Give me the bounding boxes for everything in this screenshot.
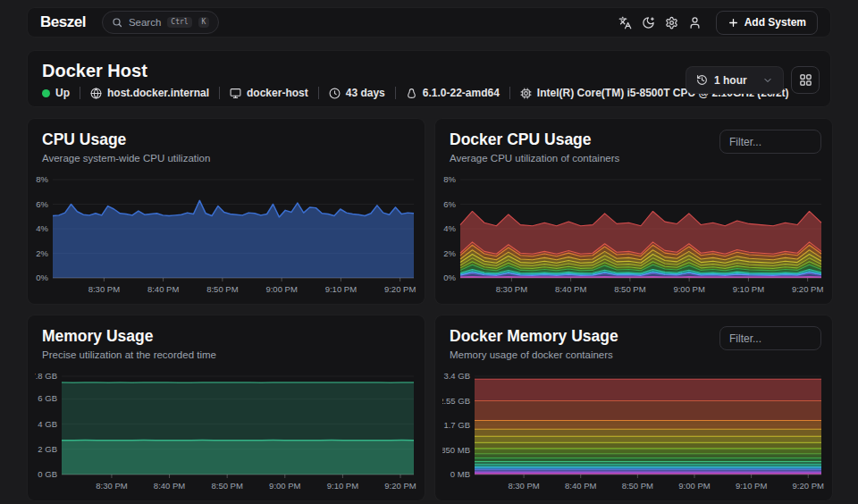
svg-text:9:00 PM: 9:00 PM: [673, 284, 704, 294]
svg-text:1.7 GB: 1.7 GB: [443, 420, 470, 430]
search-input[interactable]: Search Ctrl K: [102, 11, 220, 34]
plus-icon: [728, 17, 739, 29]
svg-text:8:50 PM: 8:50 PM: [614, 284, 645, 294]
svg-text:9:00 PM: 9:00 PM: [678, 481, 710, 491]
svg-text:8:30 PM: 8:30 PM: [508, 481, 539, 491]
svg-text:8%: 8%: [443, 174, 456, 184]
kernel-tux-icon: [406, 88, 417, 99]
chart-title: Memory Usage: [42, 327, 410, 346]
docker-memory-usage-card: Docker Memory Usage Memory usage of dock…: [434, 315, 833, 501]
svg-text:2.55 GB: 2.55 GB: [442, 396, 470, 406]
host-controls: 1 hour: [686, 66, 820, 94]
svg-text:9:10 PM: 9:10 PM: [736, 481, 767, 491]
svg-text:8:50 PM: 8:50 PM: [622, 481, 653, 491]
chart-subtitle: Precise utilization at the recorded time: [42, 349, 410, 360]
divider: [509, 87, 510, 99]
cpu-chip-icon: [520, 88, 532, 99]
svg-text:9:10 PM: 9:10 PM: [325, 284, 357, 294]
svg-text:0%: 0%: [443, 273, 456, 282]
svg-text:0 MB: 0 MB: [450, 469, 470, 479]
svg-text:9:20 PM: 9:20 PM: [792, 284, 823, 294]
divider: [395, 87, 396, 99]
divider: [318, 87, 319, 99]
memory-usage-chart[interactable]: 8:30 PM8:40 PM8:50 PM9:00 PM9:10 PM9:20 …: [35, 367, 419, 498]
agent-name-label: docker-host: [247, 87, 308, 99]
kbd-ctrl: Ctrl: [167, 17, 191, 28]
status-badge: Up: [42, 87, 70, 99]
svg-text:9:20 PM: 9:20 PM: [793, 481, 824, 491]
add-system-button[interactable]: Add System: [716, 11, 818, 35]
chart-subtitle: Memory usage of docker containers: [450, 349, 818, 360]
settings-gear-icon[interactable]: [660, 11, 684, 34]
grid-layout-icon: [799, 73, 812, 87]
divider: [219, 87, 220, 99]
search-icon: [112, 17, 122, 28]
monitor-icon: [230, 88, 241, 99]
svg-text:8%: 8%: [36, 174, 48, 184]
svg-text:850 MB: 850 MB: [442, 445, 470, 455]
svg-text:9:20 PM: 9:20 PM: [384, 481, 416, 491]
svg-text:8:40 PM: 8:40 PM: [565, 481, 596, 491]
status-dot-icon: [42, 89, 50, 97]
svg-text:8:30 PM: 8:30 PM: [496, 284, 527, 294]
svg-text:9:00 PM: 9:00 PM: [269, 481, 300, 491]
docker-cpu-usage-card: Docker CPU Usage Average CPU utilization…: [434, 118, 833, 305]
hostname-label: host.docker.internal: [107, 87, 209, 99]
clock-icon: [329, 88, 341, 99]
time-range-value: 1 hour: [714, 74, 747, 87]
svg-text:8:40 PM: 8:40 PM: [147, 284, 179, 294]
svg-text:0%: 0%: [36, 273, 48, 282]
cpu-usage-chart[interactable]: 8:30 PM8:40 PM8:50 PM9:00 PM9:10 PM9:20 …: [35, 171, 419, 301]
svg-text:6 GB: 6 GB: [38, 393, 57, 403]
memory-usage-card: Memory Usage Precise utilization at the …: [27, 315, 425, 501]
agent-name-item: docker-host: [230, 87, 308, 99]
uptime-item: 43 days: [329, 87, 385, 99]
chart-subtitle: Average CPU utilization of containers: [450, 153, 818, 164]
svg-text:2%: 2%: [36, 248, 48, 258]
globe-icon: [90, 88, 102, 99]
svg-text:9:00 PM: 9:00 PM: [265, 284, 297, 294]
cpu-usage-card: CPU Usage Average system-wide CPU utiliz…: [27, 118, 425, 305]
svg-text:6%: 6%: [443, 199, 456, 209]
svg-text:8:30 PM: 8:30 PM: [88, 284, 120, 294]
container-filter-input[interactable]: [719, 130, 821, 154]
docker-cpu-usage-chart[interactable]: 8:30 PM8:40 PM8:50 PM9:00 PM9:10 PM9:20 …: [442, 171, 827, 301]
container-filter-input[interactable]: [719, 326, 821, 350]
host-header-card: Docker Host Up host.docker.internal dock…: [27, 50, 831, 107]
chevron-down-icon: [762, 75, 773, 86]
svg-text:3.4 GB: 3.4 GB: [443, 371, 470, 381]
time-range-select[interactable]: 1 hour: [686, 66, 784, 94]
history-clock-icon: [696, 74, 708, 86]
navbar: Beszel Search Ctrl K Add System: [27, 7, 831, 38]
svg-text:4%: 4%: [443, 223, 456, 233]
chart-title: CPU Usage: [42, 130, 410, 149]
docker-memory-usage-chart[interactable]: 8:30 PM8:40 PM8:50 PM9:00 PM9:10 PM9:20 …: [442, 367, 827, 498]
svg-text:0 GB: 0 GB: [38, 469, 57, 479]
theme-moon-icon[interactable]: [637, 11, 660, 34]
search-placeholder: Search: [129, 17, 161, 28]
svg-text:2%: 2%: [443, 248, 456, 258]
svg-text:8:50 PM: 8:50 PM: [211, 481, 242, 491]
status-label: Up: [55, 87, 70, 99]
svg-text:6%: 6%: [36, 199, 48, 209]
svg-text:4%: 4%: [36, 223, 48, 233]
kernel-item: 6.1.0-22-amd64: [406, 87, 500, 99]
svg-text:4 GB: 4 GB: [38, 419, 57, 429]
kernel-label: 6.1.0-22-amd64: [423, 87, 500, 99]
svg-text:9:10 PM: 9:10 PM: [733, 284, 764, 294]
svg-text:8:40 PM: 8:40 PM: [154, 481, 185, 491]
kbd-k: K: [198, 17, 210, 28]
app-logo[interactable]: Beszel: [40, 13, 86, 31]
svg-text:8:30 PM: 8:30 PM: [96, 481, 127, 491]
add-system-label: Add System: [744, 16, 806, 29]
chart-subtitle: Average system-wide CPU utilization: [42, 153, 410, 164]
translate-icon[interactable]: [614, 11, 637, 34]
svg-text:7.8 GB: 7.8 GB: [35, 371, 57, 381]
svg-text:9:20 PM: 9:20 PM: [384, 284, 416, 294]
svg-text:9:10 PM: 9:10 PM: [327, 481, 358, 491]
grid-layout-button[interactable]: [791, 66, 820, 94]
uptime-label: 43 days: [346, 87, 385, 99]
user-icon[interactable]: [684, 11, 707, 34]
svg-text:2 GB: 2 GB: [38, 444, 57, 454]
hostname-item: host.docker.internal: [90, 87, 209, 99]
